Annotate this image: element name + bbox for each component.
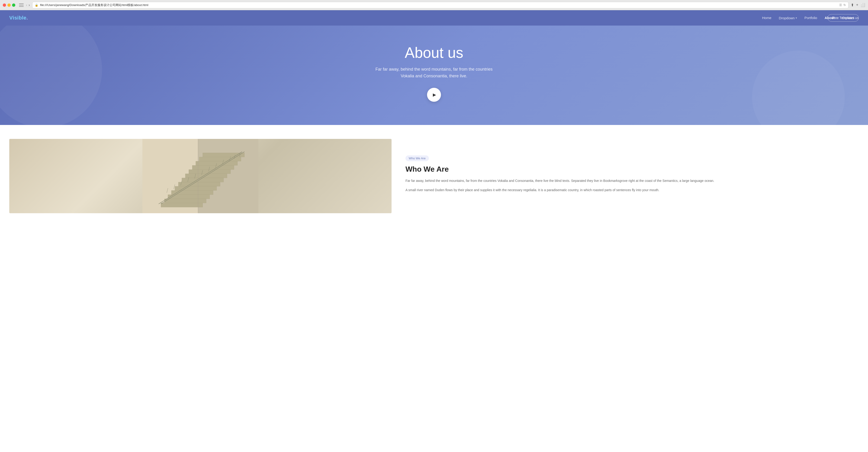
who-we-are-content: Who We Are Who We Are Far far away, behi… [405, 139, 859, 213]
nav-item-home[interactable]: Home [762, 16, 772, 20]
play-button[interactable] [427, 88, 441, 102]
svg-rect-12 [172, 191, 213, 195]
traffic-lights [3, 3, 15, 7]
site-logo[interactable]: Visible. [9, 15, 28, 21]
extensions-icon[interactable]: ⬜ [861, 3, 865, 7]
who-we-are-section: Who We Are Who We Are Far far away, behi… [0, 125, 868, 227]
hero-subtitle: Far far away, behind the word mountains,… [369, 66, 499, 79]
section-paragraph-1: Far far away, behind the word mountains,… [405, 178, 859, 184]
reader-icon[interactable]: ☰ [839, 3, 842, 7]
section-title: Who We Are [405, 165, 859, 173]
refresh-icon[interactable]: ↻ [843, 3, 846, 7]
maximize-button[interactable] [12, 3, 15, 7]
section-image [9, 139, 392, 213]
share-icon[interactable]: ⬆ [851, 3, 854, 7]
navbar: Visible. Home Dropdown Portfolio About C… [0, 10, 868, 26]
sidebar-toggle[interactable] [19, 3, 24, 7]
hero-title: About us [405, 44, 463, 61]
svg-rect-13 [168, 195, 210, 199]
svg-rect-6 [192, 165, 234, 170]
minimize-button[interactable] [7, 3, 11, 7]
svg-rect-7 [189, 170, 230, 174]
lock-icon: 🔒 [35, 3, 38, 7]
staircase-image [9, 139, 392, 213]
svg-rect-15 [161, 203, 203, 207]
nav-arrows: ‹ › [26, 3, 30, 7]
nav-item-dropdown[interactable]: Dropdown [779, 16, 797, 20]
browser-actions: ⬆ + ⬜ [851, 3, 865, 7]
svg-rect-3 [203, 153, 245, 157]
hero-section: About us Far far away, behind the word m… [0, 26, 868, 125]
browser-chrome: ‹ › 🔒 file:///Users/janewang/Downloads/产… [0, 0, 868, 10]
address-bar[interactable]: 🔒 file:///Users/janewang/Downloads/产品开发服… [32, 2, 848, 8]
close-button[interactable] [3, 3, 6, 7]
new-tab-icon[interactable]: + [856, 3, 858, 7]
nav-item-portfolio[interactable]: Portfolio [804, 16, 817, 20]
website: Visible. Home Dropdown Portfolio About C… [0, 10, 868, 227]
section-paragraph-2: A small river named Duden flows by their… [405, 188, 859, 193]
url-text: file:///Users/janewang/Downloads/产品开发服务设… [40, 3, 837, 7]
free-templates-button[interactable]: Free Templates [828, 14, 859, 22]
forward-button[interactable]: › [29, 3, 30, 7]
svg-rect-10 [178, 182, 220, 186]
svg-rect-14 [164, 199, 206, 203]
section-badge: Who We Are [405, 156, 429, 161]
back-button[interactable]: ‹ [26, 3, 27, 7]
address-bar-icons: ☰ ↻ [839, 3, 846, 7]
